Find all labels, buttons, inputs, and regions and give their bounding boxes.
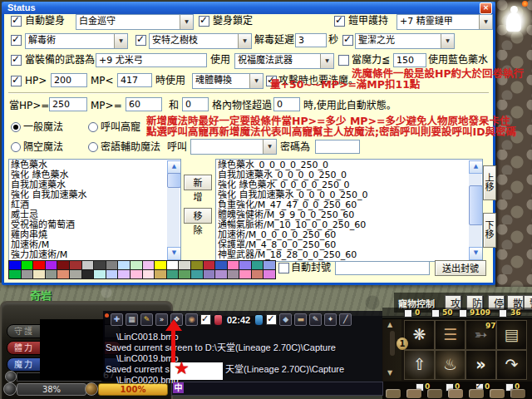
scroll-up-icon[interactable]: ▲	[167, 160, 181, 174]
spark-icon[interactable]: ✦	[324, 313, 337, 326]
item-icon[interactable]	[448, 389, 463, 398]
detox-delay-input[interactable]: 3	[295, 33, 327, 47]
cond-mp-input[interactable]: 60	[126, 97, 162, 111]
armor-hold-checkbox[interactable]	[334, 16, 345, 27]
palette-swatch[interactable]	[9, 261, 21, 269]
scroll-track[interactable]	[390, 331, 395, 356]
mp-potion-checkbox[interactable]	[266, 314, 277, 325]
cond-hp-input[interactable]: 250	[49, 97, 87, 111]
hotbar-page-badge[interactable]: 1	[397, 337, 408, 350]
palette-swatch[interactable]	[70, 261, 81, 269]
diamond-icon[interactable]: ◆	[279, 313, 292, 326]
skill-scroll-icon[interactable]: ▤	[496, 320, 527, 350]
skill-double-arrow-icon[interactable]: »	[466, 350, 496, 380]
hp-cond-checkbox[interactable]	[11, 76, 22, 86]
red-potion-icon[interactable]	[214, 314, 223, 326]
skill-fire-icon[interactable]: ♨	[435, 350, 466, 380]
pencil2-icon[interactable]: ✎	[309, 313, 322, 326]
bar-icon[interactable]: ▬	[294, 313, 307, 326]
count-checkbox-2[interactable]	[431, 309, 440, 318]
item-icon[interactable]	[469, 389, 484, 398]
palette-swatch[interactable]	[94, 270, 106, 278]
transform-select[interactable]: 白金巡守▼	[76, 14, 194, 30]
password-input[interactable]	[315, 140, 360, 154]
chat-input-bar[interactable]	[171, 382, 383, 396]
palette-swatch[interactable]	[57, 270, 69, 278]
normal-magic-radio[interactable]	[11, 122, 21, 132]
count-checkbox-4[interactable]	[499, 309, 507, 318]
scroll-up-icon[interactable]: ▲	[469, 160, 483, 174]
palette-swatch[interactable]	[9, 270, 21, 278]
item-icon[interactable]	[490, 389, 505, 398]
palette-swatch[interactable]	[191, 261, 203, 269]
palette-swatch[interactable]	[131, 261, 142, 269]
bless-weapon-select[interactable]: 祝福魔法武器▼	[234, 53, 334, 69]
right-scrollbar[interactable]: ▲ ▼	[469, 160, 481, 260]
transform-lock-checkbox[interactable]	[199, 16, 209, 27]
item-icon[interactable]	[386, 389, 401, 398]
slash-icon[interactable]: ╱	[339, 313, 352, 326]
palette-swatch[interactable]	[179, 270, 190, 278]
chevron-down-icon[interactable]: ▼	[249, 74, 263, 88]
send-title-button[interactable]: 送出封號	[435, 260, 486, 276]
scroll-down-icon[interactable]: ▼	[469, 247, 483, 260]
sequence-listbox[interactable]: 綠色藥水_0_0_0_0_250_0自我加速藥水_0_0_0_0_250_0強化…	[215, 159, 483, 262]
mana-cond-checkbox[interactable]	[338, 55, 349, 66]
macro-list-item[interactable]: 強化 自我加速藥水	[9, 190, 180, 200]
detox-select[interactable]: 解毒術▼	[25, 33, 128, 49]
branch-checkbox[interactable]	[135, 35, 146, 46]
hp-input[interactable]: 200	[51, 73, 87, 87]
palette-swatch[interactable]	[239, 261, 251, 269]
palette-swatch[interactable]	[252, 270, 264, 278]
palette-swatch[interactable]	[33, 261, 45, 269]
scroll-up-icon[interactable]: ▲	[387, 321, 392, 328]
palette-swatch[interactable]	[94, 261, 106, 269]
scroll-down-icon[interactable]: ▼	[387, 369, 392, 377]
pencil-icon[interactable]: ✎	[140, 313, 153, 326]
palette-swatch[interactable]	[204, 270, 215, 278]
skill-spiral-icon[interactable]: ❋	[404, 320, 435, 350]
chevron-down-icon[interactable]: ▼	[479, 15, 492, 29]
dialog-titlebar[interactable]: Status ×	[2, 2, 495, 14]
scroll-thumb[interactable]	[469, 185, 483, 225]
cond-grid-input[interactable]: 0	[273, 97, 300, 111]
palette-swatch[interactable]	[252, 261, 264, 269]
palette-swatch[interactable]	[155, 270, 166, 278]
weight-orb-icon[interactable]	[3, 382, 17, 396]
palette-swatch[interactable]	[57, 261, 69, 269]
palette-swatch[interactable]	[264, 261, 275, 269]
palette-swatch[interactable]	[143, 261, 155, 269]
item-icon[interactable]	[406, 389, 421, 398]
left-scrollbar[interactable]: ▲ ▼	[167, 160, 180, 260]
remove-button[interactable]: 移除	[184, 208, 212, 224]
close-icon[interactable]: ×	[480, 2, 492, 14]
skill-up-arrow-icon[interactable]: ⇧	[404, 350, 435, 380]
armor-select[interactable]: +7 精靈鏈甲▼	[397, 14, 493, 30]
branch-select[interactable]: 安特之樹枝▼	[149, 33, 252, 49]
palette-swatch[interactable]	[167, 270, 179, 278]
move-up-button[interactable]: 上移	[483, 165, 496, 200]
item-icon[interactable]	[510, 389, 525, 398]
hp-potion-checkbox[interactable]	[200, 314, 211, 325]
holy-light-select[interactable]: 聖潔之光▼	[355, 33, 455, 49]
bag-icon[interactable]: ◉	[185, 313, 198, 326]
count-checkbox-3[interactable]	[459, 309, 467, 318]
blue-potion-icon[interactable]	[254, 314, 264, 326]
cond-and-input[interactable]: 0	[182, 97, 209, 111]
palette-swatch[interactable]	[215, 270, 227, 278]
palette-swatch[interactable]	[118, 261, 130, 269]
palette-swatch[interactable]	[70, 270, 81, 278]
palette-swatch[interactable]	[191, 270, 203, 278]
weapon-input[interactable]: +9 尤米弓	[96, 53, 207, 67]
palette-swatch[interactable]	[106, 261, 118, 269]
food-orb-icon[interactable]	[85, 382, 98, 396]
sequence-list-item[interactable]: 神聖武器/M_18_28_0_0_250_60	[216, 250, 482, 260]
item-icon[interactable]	[427, 389, 442, 398]
skill-swoosh-icon[interactable]: ↷	[496, 350, 527, 380]
palette-swatch[interactable]	[22, 270, 33, 278]
weapon-cond-checkbox[interactable]	[11, 55, 22, 66]
mp-input[interactable]: 417	[117, 73, 152, 87]
call-pet-radio[interactable]	[88, 122, 98, 132]
palette-swatch[interactable]	[46, 270, 57, 278]
chevron-down-icon[interactable]: ▼	[263, 140, 276, 154]
